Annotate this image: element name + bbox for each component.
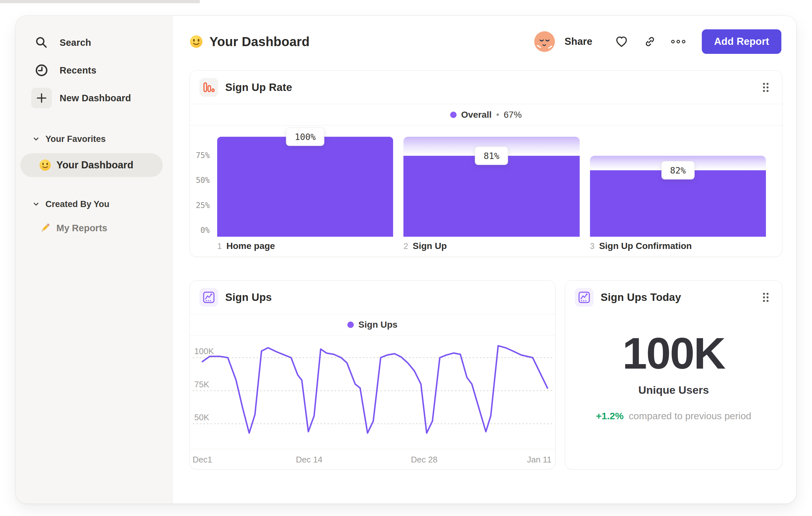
main-content: Your Dashboard Share bbox=[173, 16, 796, 504]
line-chart-icon bbox=[575, 288, 593, 307]
sidebar-item-label: Your Dashboard bbox=[56, 159, 134, 171]
card-header: Sign Ups Today bbox=[565, 280, 782, 314]
sidebar-section-created-by-you[interactable]: Created By You bbox=[16, 197, 172, 211]
page-header: Your Dashboard Share bbox=[190, 29, 781, 54]
sign-ups-today-card: Sign Ups Today 100K Unique Users +1.2% c… bbox=[565, 280, 782, 469]
smiley-emoji-icon bbox=[39, 159, 51, 171]
legend-dot bbox=[450, 112, 457, 118]
metric-delta-note: compared to previous period bbox=[629, 411, 751, 422]
more-options-icon[interactable] bbox=[671, 34, 686, 49]
card-title: Sign Up Rate bbox=[225, 81, 292, 93]
funnel-y-tick: 25% bbox=[190, 200, 210, 211]
drag-handle-icon[interactable] bbox=[763, 293, 769, 302]
sidebar-item-your-dashboard[interactable]: Your Dashboard bbox=[20, 153, 163, 177]
sidebar-section-your-favorites[interactable]: Your Favorites bbox=[16, 132, 172, 146]
page-title: Your Dashboard bbox=[209, 34, 310, 49]
card-title: Sign Ups bbox=[225, 291, 272, 303]
funnel-bar-fill bbox=[403, 156, 579, 237]
funnel-y-tick: 0% bbox=[190, 225, 210, 236]
sidebar-item-search[interactable]: Search bbox=[16, 29, 172, 56]
funnel-bar-fill bbox=[217, 137, 393, 237]
metric-label: Unique Users bbox=[638, 384, 709, 396]
funnel-legend[interactable]: Overall • 67% bbox=[190, 104, 782, 126]
line-x-tick: Jan 11 bbox=[527, 454, 551, 464]
line-chart-x-axis: Dec1Dec 14Dec 28Jan 11 bbox=[190, 449, 555, 469]
legend-label: Overall bbox=[461, 110, 492, 120]
funnel-bar-3[interactable]: 82% bbox=[590, 137, 766, 237]
funnel-value-tooltip: 100% bbox=[286, 128, 324, 146]
chevron-down-icon bbox=[33, 135, 40, 142]
sign-up-rate-card: Sign Up Rate Overall • 67% 75%50%25%0%10… bbox=[190, 70, 782, 257]
funnel-chart: 75%50%25%0%100%81%82%1Home page2Sign Up3… bbox=[190, 126, 782, 257]
sidebar-item-label: Recents bbox=[60, 65, 96, 76]
avatar[interactable] bbox=[534, 31, 555, 52]
app-window: Search Recents New Dashboard Your Favori… bbox=[16, 16, 796, 504]
search-icon bbox=[31, 32, 52, 53]
funnel-y-tick: 75% bbox=[190, 150, 210, 161]
legend-separator: • bbox=[496, 110, 499, 120]
funnel-step-label: 1Home page bbox=[217, 241, 275, 251]
legend-label: Sign Ups bbox=[358, 320, 397, 330]
section-title: Your Favorites bbox=[46, 134, 106, 144]
funnel-value-tooltip: 81% bbox=[475, 146, 508, 165]
funnel-bar-2[interactable]: 81% bbox=[403, 137, 579, 237]
sidebar-item-my-reports[interactable]: My Reports bbox=[20, 218, 163, 238]
add-report-button[interactable]: Add Report bbox=[702, 29, 781, 54]
funnel-value-tooltip: 82% bbox=[661, 161, 694, 180]
plus-icon bbox=[31, 88, 52, 108]
copy-link-icon[interactable] bbox=[642, 34, 657, 49]
funnel-chart-icon bbox=[199, 78, 218, 97]
funnel-bars: 100%81%82% bbox=[217, 137, 766, 237]
sidebar-item-new-dashboard[interactable]: New Dashboard bbox=[16, 84, 172, 112]
line-chart-plot: 100K75K50K bbox=[190, 335, 555, 449]
line-legend[interactable]: Sign Ups bbox=[190, 314, 555, 335]
line-x-tick: Dec 14 bbox=[296, 454, 322, 464]
funnel-step-label: 2Sign Up bbox=[403, 241, 446, 251]
metric-body: 100K Unique Users +1.2% compared to prev… bbox=[565, 314, 782, 422]
card-header: Sign Ups bbox=[190, 280, 555, 314]
pencil-emoji-icon bbox=[39, 222, 51, 234]
card-header: Sign Up Rate bbox=[190, 71, 782, 104]
drag-handle-icon[interactable] bbox=[763, 83, 769, 92]
funnel-bar-1[interactable]: 100% bbox=[217, 137, 393, 237]
metric-value: 100K bbox=[622, 331, 725, 375]
favorite-heart-icon[interactable] bbox=[614, 34, 629, 49]
sidebar-item-recents[interactable]: Recents bbox=[16, 56, 172, 84]
funnel-bar-fill bbox=[590, 170, 766, 237]
line-x-tick: Dec 28 bbox=[411, 454, 437, 464]
sidebar-item-label: New Dashboard bbox=[60, 93, 131, 104]
sign-ups-card: Sign Ups Sign Ups 100K75K50K Dec1Dec 14D… bbox=[190, 280, 555, 469]
funnel-step-label: 3Sign Up Confirmation bbox=[590, 241, 692, 251]
clock-icon bbox=[31, 60, 52, 81]
screen-edge-strip bbox=[0, 0, 200, 3]
chevron-down-icon bbox=[33, 200, 40, 208]
sign-ups-line[interactable] bbox=[202, 346, 547, 433]
sidebar: Search Recents New Dashboard Your Favori… bbox=[16, 16, 173, 504]
line-chart-icon bbox=[199, 288, 218, 307]
legend-value: 67% bbox=[504, 110, 522, 120]
legend-dot bbox=[347, 322, 354, 328]
funnel-y-tick: 50% bbox=[190, 175, 210, 185]
sidebar-item-label: My Reports bbox=[56, 223, 107, 234]
sign-ups-line-svg bbox=[190, 335, 555, 449]
section-title: Created By You bbox=[46, 199, 110, 209]
metric-delta: +1.2% bbox=[596, 411, 624, 422]
share-button[interactable]: Share bbox=[564, 36, 592, 47]
line-x-tick: Dec1 bbox=[193, 454, 212, 464]
card-title: Sign Ups Today bbox=[601, 291, 681, 303]
smiley-emoji-icon bbox=[190, 35, 203, 48]
sidebar-item-label: Search bbox=[60, 37, 91, 48]
